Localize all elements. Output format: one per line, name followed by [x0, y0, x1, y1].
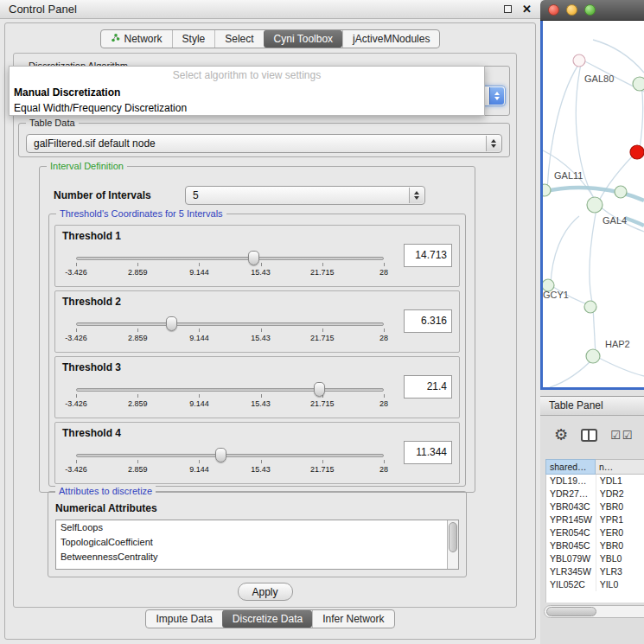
network-node-label: GAL11 [554, 170, 583, 181]
select-columns-icon[interactable]: ☑☑ [610, 429, 634, 442]
table-row[interactable]: YIL052CYIL0 [546, 578, 644, 591]
table-column-header[interactable]: shared… [545, 459, 596, 475]
threshold-4-value-field[interactable]: 11.344 [404, 441, 452, 464]
combobox-stepper-icon[interactable] [486, 136, 501, 151]
table-row[interactable]: YPR145WYPR1 [546, 513, 644, 526]
tab-network[interactable]: Network [101, 30, 172, 48]
table-row[interactable]: YBL079WYBL0 [546, 552, 644, 565]
threshold-1-label: Threshold 1 [62, 230, 121, 242]
attribute-list-item[interactable]: SelfLoops [56, 520, 458, 535]
gear-icon[interactable]: ⚙ [554, 427, 568, 443]
tab-label: Cyni Toolbox [274, 33, 333, 45]
columns-icon[interactable] [581, 429, 597, 442]
number-of-intervals-combobox[interactable]: 5 [185, 186, 425, 205]
network-node-green[interactable] [543, 184, 551, 196]
algorithm-option[interactable]: Manual Discretization [10, 85, 484, 100]
slider-tick [261, 460, 262, 463]
slider-track[interactable] [76, 388, 384, 392]
threshold-3-value-field[interactable]: 21.4 [404, 375, 452, 399]
slider-tick-label: 9.144 [189, 399, 209, 408]
threshold-4-slider[interactable]: -3.4262.8599.14415.4321.71528 [76, 447, 384, 476]
tab-cyni-toolbox[interactable]: Cyni Toolbox [264, 30, 342, 48]
threshold-3-slider[interactable]: -3.4262.8599.14415.4321.71528 [76, 381, 384, 411]
network-node-green[interactable] [633, 77, 644, 91]
table-cell: YER0 [596, 526, 644, 539]
table-row[interactable]: YDL19…YDL1 [546, 475, 644, 488]
table-cell: YIL0 [596, 578, 644, 591]
network-node-pale[interactable] [573, 54, 585, 67]
network-view-window: GAL80GAL11GAL4GCY1HAP2 [540, 0, 644, 390]
tab-label: Style [182, 33, 206, 45]
tab-discretize-data[interactable]: Discretize Data [222, 610, 312, 628]
zoom-traffic-light-icon[interactable] [584, 4, 596, 16]
slider-tick-label: 9.144 [189, 268, 209, 277]
attribute-list-item[interactable]: TopologicalCoefficient [56, 535, 458, 550]
table-row[interactable]: YLR345WYLR3 [546, 565, 644, 578]
network-icon [111, 33, 120, 42]
threshold-1-value-field[interactable]: 14.713 [404, 244, 452, 267]
network-node-green[interactable] [587, 197, 603, 213]
tab-label: Impute Data [156, 613, 212, 625]
float-window-icon[interactable] [504, 5, 512, 13]
slider-tick-label: 2.859 [128, 334, 148, 342]
slider-thumb[interactable] [166, 316, 177, 331]
tab-impute-data[interactable]: Impute Data [146, 610, 221, 628]
table-horizontal-scrollbar[interactable] [544, 605, 644, 618]
tab-label: Select [225, 33, 253, 45]
stepper-up-icon [494, 92, 500, 95]
numerical-attributes-list[interactable]: SelfLoopsTopologicalCoefficientBetweenne… [55, 520, 459, 570]
tab-style[interactable]: Style [172, 30, 215, 48]
algorithm-dropdown-popup: Select algorithm to view settings Manual… [9, 66, 485, 116]
network-canvas[interactable]: GAL80GAL11GAL4GCY1HAP2 [540, 21, 644, 390]
scrollbar-thumb[interactable] [449, 522, 457, 552]
close-traffic-light-icon[interactable] [548, 4, 559, 16]
network-node-green[interactable] [615, 186, 627, 198]
minimize-traffic-light-icon[interactable] [566, 4, 577, 16]
slider-tick-label: -3.426 [65, 334, 87, 342]
table-row[interactable]: YBR045CYBR0 [546, 539, 644, 552]
table-data-value: galFiltered.sif default node [34, 135, 156, 152]
table-column-header[interactable]: n… [596, 459, 644, 475]
slider-tick [261, 263, 262, 266]
tab-jactivemnodules[interactable]: jActiveMNodules [342, 30, 439, 48]
table-body: YDL19…YDL1YDR27…YDR2YBR043CYBR0YPR145WYP… [545, 475, 644, 603]
tab-infer-network[interactable]: Infer Network [312, 610, 393, 628]
network-node-green[interactable] [586, 349, 600, 363]
apply-button[interactable]: Apply [238, 583, 293, 601]
table-data-combobox[interactable]: galFiltered.sif default node [26, 134, 502, 153]
combobox-stepper-icon[interactable] [489, 87, 504, 105]
slider-tick [199, 328, 200, 332]
attribute-list-item[interactable]: BetweennessCentrality [56, 550, 458, 564]
table-row[interactable]: YBR043CYBR0 [546, 501, 644, 513]
threshold-2-value-field[interactable]: 6.316 [404, 309, 452, 333]
combobox-stepper-icon[interactable] [409, 188, 424, 203]
slider-thumb[interactable] [248, 251, 259, 265]
threshold-1-panel: Threshold 1 -3.4262.8599.14415.4321.7152… [54, 225, 460, 287]
table-cell: YIL052C [546, 578, 596, 591]
tab-select[interactable]: Select [214, 30, 263, 48]
table-cell: YDL1 [596, 475, 644, 488]
table-row[interactable]: YDR27…YDR2 [546, 488, 644, 501]
slider-thumb[interactable] [314, 382, 325, 397]
slider-thumb[interactable] [215, 448, 226, 462]
slider-tick [76, 460, 77, 463]
attributes-scrollbar[interactable] [447, 520, 458, 569]
algorithm-option[interactable]: Equal Width/Frequency Discretization [10, 100, 484, 116]
table-header-row: shared…n… [545, 459, 644, 475]
slider-track[interactable] [76, 322, 384, 326]
network-node-red[interactable] [630, 145, 644, 159]
threshold-1-slider[interactable]: -3.4262.8599.14415.4321.71528 [76, 250, 384, 279]
slider-tick-label: 2.859 [128, 268, 148, 277]
slider-tick-label: 9.144 [189, 465, 209, 474]
network-node-label: GAL80 [584, 73, 614, 84]
slider-track[interactable] [76, 454, 384, 457]
control-panel-titlebar: Control Panel ✕ [0, 0, 540, 19]
scrollbar-thumb[interactable] [546, 607, 596, 616]
slider-tick [137, 394, 138, 398]
table-panel-title: Table Panel [549, 399, 603, 411]
network-node-green[interactable] [584, 301, 596, 313]
slider-track[interactable] [76, 257, 384, 260]
table-row[interactable]: YER054CYER0 [546, 526, 644, 539]
threshold-2-slider[interactable]: -3.4262.8599.14415.4321.71528 [76, 316, 384, 345]
close-window-icon[interactable]: ✕ [522, 3, 532, 16]
